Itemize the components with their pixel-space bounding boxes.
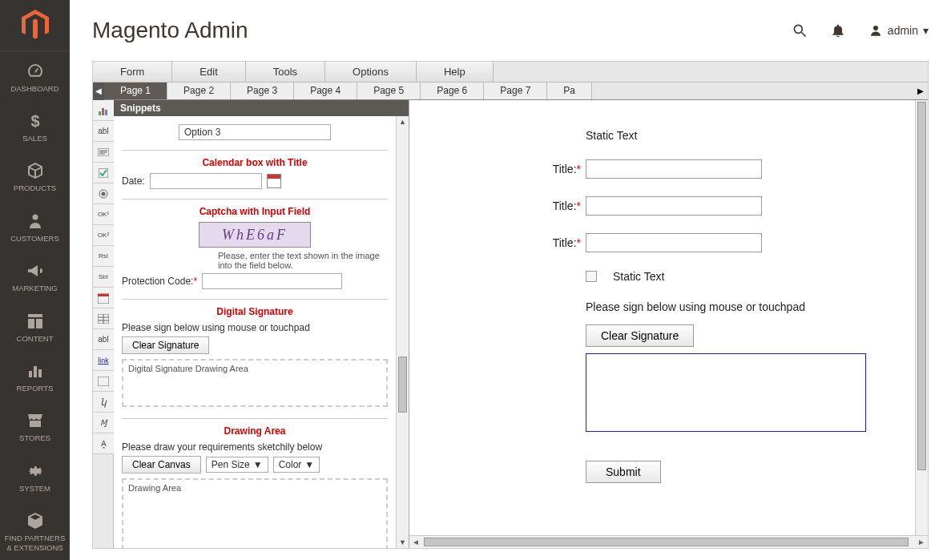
canvas-vertical-scrollbar[interactable] xyxy=(915,100,928,535)
clear-signature-button[interactable]: Clear Signature xyxy=(122,336,209,354)
scrollbar-thumb[interactable] xyxy=(424,538,909,546)
form-canvas[interactable]: Static Text Title:* Title:* xyxy=(409,100,915,535)
palette-ok1-icon[interactable]: OK¹ xyxy=(93,204,114,225)
palette-text-area-icon[interactable] xyxy=(93,142,114,163)
captcha-image: WhE6aF xyxy=(199,222,311,248)
palette-abl2-icon[interactable]: abl xyxy=(93,329,114,350)
tab-page-5[interactable]: Page 5 xyxy=(357,83,421,99)
tab-scroll-left[interactable]: ◄ xyxy=(93,83,104,100)
scrollbar-thumb[interactable] xyxy=(398,357,407,413)
canvas-static-text-2[interactable]: Static Text xyxy=(613,270,664,283)
nav-dashboard[interactable]: DASHBOARD xyxy=(0,51,70,101)
layout-icon xyxy=(26,312,45,331)
svg-point-1 xyxy=(32,214,38,220)
tab-page-8[interactable]: Pa xyxy=(547,83,592,99)
palette-ac-icon[interactable]: A͓ xyxy=(93,433,114,454)
scroll-left-icon[interactable]: ◄ xyxy=(409,536,422,548)
search-icon[interactable] xyxy=(792,22,808,38)
canvas-title-input-2[interactable] xyxy=(586,196,762,216)
svg-line-6 xyxy=(801,33,805,37)
nav-reports[interactable]: REPORTS xyxy=(0,351,70,401)
builder-tabs: ◄ Page 1 Page 2 Page 3 Page 4 Page 5 Pag… xyxy=(93,83,928,100)
palette-calendar-icon[interactable] xyxy=(93,288,114,308)
svg-point-17 xyxy=(102,191,106,195)
snippets-scrollbar[interactable]: ▲ ▼ xyxy=(396,116,409,548)
nav-stores[interactable]: STORES xyxy=(0,401,70,450)
builder-menubar: Form Edit Tools Options Help xyxy=(93,62,928,83)
tab-page-2[interactable]: Page 2 xyxy=(167,83,231,99)
palette-text-abl-icon[interactable]: abl xyxy=(93,121,114,142)
menu-tools[interactable]: Tools xyxy=(246,62,325,82)
magento-logo[interactable] xyxy=(0,0,70,51)
pen-size-select[interactable]: Pen Size ▼ xyxy=(206,457,268,473)
signature-drawing-area[interactable]: Digital Signature Drawing Area xyxy=(122,359,388,407)
svg-rect-19 xyxy=(98,294,109,296)
nav-label: SALES xyxy=(22,134,47,143)
canvas-title-label[interactable]: Title:* xyxy=(483,236,586,249)
snippet-date-input[interactable] xyxy=(150,173,262,189)
drawing-area[interactable]: Drawing Area xyxy=(122,478,388,548)
palette-rs-icon[interactable]: RsI xyxy=(93,246,114,267)
snippet-option-select[interactable]: Option 3 xyxy=(179,124,331,140)
svg-rect-8 xyxy=(99,111,101,115)
menu-options[interactable]: Options xyxy=(325,62,417,82)
nav-marketing[interactable]: MARKETING xyxy=(0,251,70,300)
palette-image-icon[interactable] xyxy=(93,371,114,392)
element-palette: abl OK¹ OK² RsI SbI abl xyxy=(93,100,114,548)
palette-table-icon[interactable] xyxy=(93,308,114,329)
tab-page-4[interactable]: Page 4 xyxy=(294,83,357,99)
palette-sbl-icon[interactable]: SbI xyxy=(93,267,114,288)
menu-form[interactable]: Form xyxy=(93,62,172,82)
nav-content[interactable]: CONTENT xyxy=(0,301,70,351)
palette-link-icon[interactable]: link xyxy=(93,350,114,371)
nav-customers[interactable]: CUSTOMERS xyxy=(0,201,70,251)
tab-page-7[interactable]: Page 7 xyxy=(484,83,547,99)
tab-scroll-right[interactable]: ► xyxy=(913,83,928,100)
palette-bar-chart-icon[interactable] xyxy=(93,100,114,121)
calendar-icon[interactable] xyxy=(267,174,281,188)
scroll-right-icon[interactable]: ► xyxy=(915,536,928,548)
palette-drawing-icon[interactable]: Ɱ xyxy=(93,413,114,433)
canvas-checkbox[interactable] xyxy=(586,271,597,282)
canvas-title-input-1[interactable] xyxy=(586,159,762,179)
canvas-static-text[interactable]: Static Text xyxy=(586,129,637,142)
canvas-signature-area[interactable] xyxy=(586,353,866,432)
snippet-signature[interactable]: Digital Signature Please sign below usin… xyxy=(122,300,388,419)
nav-products[interactable]: PRODUCTS xyxy=(0,151,70,200)
scroll-up-icon[interactable]: ▲ xyxy=(397,116,409,127)
palette-signature-icon[interactable]: ʮ xyxy=(93,392,114,413)
canvas-title-label[interactable]: Title:* xyxy=(483,163,586,175)
canvas-submit-button[interactable]: Submit xyxy=(586,461,661,483)
nav-sales[interactable]: $ SALES xyxy=(0,101,70,151)
menu-edit[interactable]: Edit xyxy=(172,62,245,82)
color-select[interactable]: Color ▼ xyxy=(273,457,320,473)
snippet-title: Calendar box with Title xyxy=(122,157,388,168)
tab-page-1[interactable]: Page 1 xyxy=(104,83,167,99)
snippet-drawing[interactable]: Drawing Area Please draw your requiremen… xyxy=(122,419,388,548)
clear-canvas-button[interactable]: Clear Canvas xyxy=(122,456,201,473)
nav-system[interactable]: SYSTEM xyxy=(0,451,70,501)
tab-page-6[interactable]: Page 6 xyxy=(421,83,484,99)
palette-radio-icon[interactable] xyxy=(93,183,114,204)
canvas-horizontal-scrollbar[interactable]: ◄ ► xyxy=(409,535,928,548)
tab-page-3[interactable]: Page 3 xyxy=(231,83,294,99)
admin-user-menu[interactable]: admin ▾ xyxy=(868,23,929,38)
snippet-captcha[interactable]: Captcha with Input Field WhE6aF Please, … xyxy=(122,199,388,300)
svg-rect-4 xyxy=(38,369,42,377)
scroll-down-icon[interactable]: ▼ xyxy=(397,537,409,548)
nav-partners[interactable]: FIND PARTNERS & EXTENSIONS xyxy=(0,501,70,560)
palette-ok2-icon[interactable]: OK² xyxy=(93,225,114,246)
canvas-sign-instruction[interactable]: Please sign below using mouse or touchpa… xyxy=(586,300,841,313)
palette-checkbox-icon[interactable] xyxy=(93,163,114,183)
menu-help[interactable]: Help xyxy=(417,62,494,82)
dollar-icon: $ xyxy=(26,111,45,131)
canvas-title-input-3[interactable] xyxy=(586,233,762,252)
protection-code-input[interactable] xyxy=(202,273,342,289)
scrollbar-thumb[interactable] xyxy=(917,102,926,470)
canvas-title-label[interactable]: Title:* xyxy=(483,199,586,212)
speedometer-icon xyxy=(26,62,45,81)
person-icon xyxy=(26,212,45,231)
bell-icon[interactable] xyxy=(830,22,846,38)
canvas-clear-signature-button[interactable]: Clear Signature xyxy=(586,324,694,347)
snippet-calendar[interactable]: Calendar box with Title Date: xyxy=(122,151,388,199)
